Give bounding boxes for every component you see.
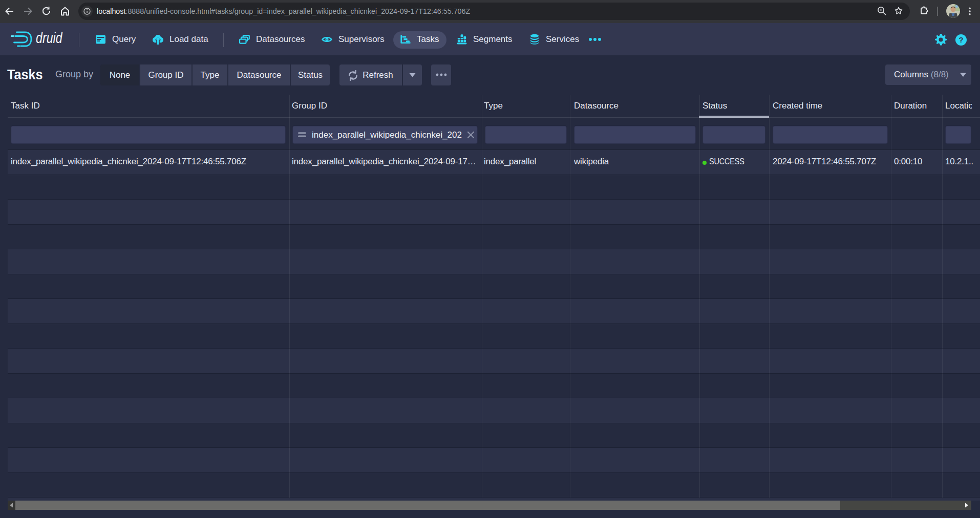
svg-text:?: ? [958, 35, 963, 44]
